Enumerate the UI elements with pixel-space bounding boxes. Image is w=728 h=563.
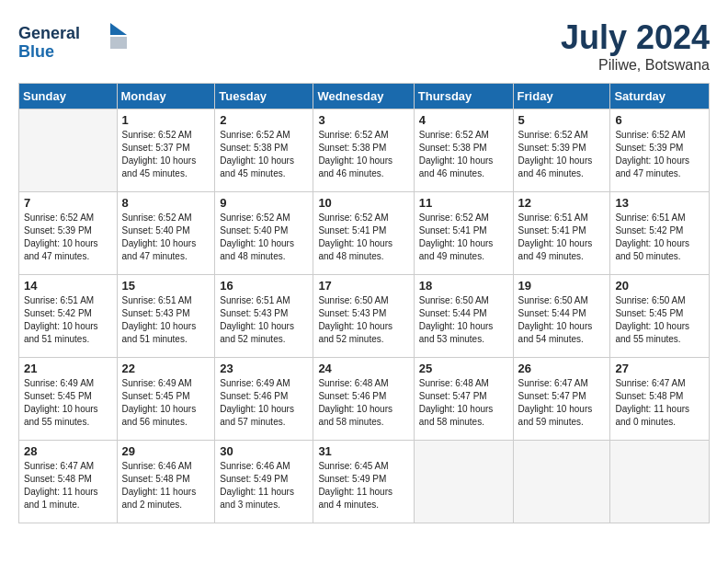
day-info: Sunrise: 6:47 AMSunset: 5:48 PMDaylight:… xyxy=(615,377,704,429)
calendar-cell: 7Sunrise: 6:52 AMSunset: 5:39 PMDaylight… xyxy=(19,192,118,275)
day-number: 14 xyxy=(24,279,112,293)
calendar-cell: 24Sunrise: 6:48 AMSunset: 5:46 PMDayligh… xyxy=(313,358,414,441)
calendar-cell: 29Sunrise: 6:46 AMSunset: 5:48 PMDayligh… xyxy=(117,441,215,523)
day-info: Sunrise: 6:52 AMSunset: 5:39 PMDaylight:… xyxy=(518,129,606,180)
day-number: 17 xyxy=(318,279,408,293)
calendar-cell: 27Sunrise: 6:47 AMSunset: 5:48 PMDayligh… xyxy=(610,358,710,441)
page-header: General Blue July 2024 Piliwe, Botswana xyxy=(18,18,710,74)
day-info: Sunrise: 6:47 AMSunset: 5:47 PMDaylight:… xyxy=(518,377,606,429)
calendar-cell: 23Sunrise: 6:49 AMSunset: 5:46 PMDayligh… xyxy=(215,358,313,441)
calendar-week-row: 1Sunrise: 6:52 AMSunset: 5:37 PMDaylight… xyxy=(19,109,710,192)
calendar-cell: 20Sunrise: 6:50 AMSunset: 5:45 PMDayligh… xyxy=(610,275,710,358)
day-info: Sunrise: 6:51 AMSunset: 5:43 PMDaylight:… xyxy=(122,294,210,346)
day-info: Sunrise: 6:51 AMSunset: 5:43 PMDaylight:… xyxy=(220,294,308,346)
calendar-week-row: 21Sunrise: 6:49 AMSunset: 5:45 PMDayligh… xyxy=(19,358,710,441)
calendar-header-row: SundayMondayTuesdayWednesdayThursdayFrid… xyxy=(19,84,710,109)
calendar-week-row: 28Sunrise: 6:47 AMSunset: 5:48 PMDayligh… xyxy=(19,441,710,523)
calendar-cell: 17Sunrise: 6:50 AMSunset: 5:43 PMDayligh… xyxy=(313,275,414,358)
weekday-header: Sunday xyxy=(19,84,118,109)
month-title: July 2024 xyxy=(561,18,710,57)
day-number: 29 xyxy=(122,444,210,458)
day-info: Sunrise: 6:52 AMSunset: 5:40 PMDaylight:… xyxy=(220,212,308,263)
day-number: 23 xyxy=(220,362,308,375)
logo-graphic: General Blue xyxy=(18,18,129,64)
calendar-cell: 30Sunrise: 6:46 AMSunset: 5:49 PMDayligh… xyxy=(215,441,313,523)
day-number: 2 xyxy=(220,113,308,127)
day-number: 5 xyxy=(518,113,606,127)
day-number: 4 xyxy=(419,113,508,127)
svg-marker-3 xyxy=(110,37,127,49)
calendar-cell xyxy=(610,441,710,523)
day-info: Sunrise: 6:52 AMSunset: 5:39 PMDaylight:… xyxy=(24,212,112,263)
day-info: Sunrise: 6:52 AMSunset: 5:41 PMDaylight:… xyxy=(419,212,508,263)
day-info: Sunrise: 6:50 AMSunset: 5:44 PMDaylight:… xyxy=(419,294,508,346)
calendar-cell: 4Sunrise: 6:52 AMSunset: 5:38 PMDaylight… xyxy=(414,109,513,192)
calendar-cell: 25Sunrise: 6:48 AMSunset: 5:47 PMDayligh… xyxy=(414,358,513,441)
weekday-header: Tuesday xyxy=(215,84,313,109)
day-info: Sunrise: 6:45 AMSunset: 5:49 PMDaylight:… xyxy=(318,460,408,511)
day-number: 18 xyxy=(419,279,508,293)
calendar-cell: 5Sunrise: 6:52 AMSunset: 5:39 PMDaylight… xyxy=(513,109,610,192)
calendar-week-row: 7Sunrise: 6:52 AMSunset: 5:39 PMDaylight… xyxy=(19,192,710,275)
day-info: Sunrise: 6:52 AMSunset: 5:39 PMDaylight:… xyxy=(615,129,704,180)
weekday-header: Friday xyxy=(513,84,610,109)
day-info: Sunrise: 6:46 AMSunset: 5:49 PMDaylight:… xyxy=(220,460,308,511)
calendar-cell: 11Sunrise: 6:52 AMSunset: 5:41 PMDayligh… xyxy=(414,192,513,275)
day-info: Sunrise: 6:49 AMSunset: 5:46 PMDaylight:… xyxy=(220,377,308,429)
calendar-cell xyxy=(513,441,610,523)
day-info: Sunrise: 6:51 AMSunset: 5:42 PMDaylight:… xyxy=(24,294,112,346)
day-number: 1 xyxy=(122,113,210,127)
day-info: Sunrise: 6:52 AMSunset: 5:41 PMDaylight:… xyxy=(318,212,408,263)
location: Piliwe, Botswana xyxy=(561,57,710,74)
calendar-cell: 9Sunrise: 6:52 AMSunset: 5:40 PMDaylight… xyxy=(215,192,313,275)
day-info: Sunrise: 6:50 AMSunset: 5:44 PMDaylight:… xyxy=(518,294,606,346)
logo: General Blue xyxy=(18,18,129,64)
day-number: 15 xyxy=(122,279,210,293)
day-number: 30 xyxy=(220,444,308,458)
calendar-cell: 21Sunrise: 6:49 AMSunset: 5:45 PMDayligh… xyxy=(19,358,118,441)
day-number: 26 xyxy=(518,362,606,375)
day-number: 25 xyxy=(419,362,508,375)
day-number: 22 xyxy=(122,362,210,375)
day-info: Sunrise: 6:52 AMSunset: 5:38 PMDaylight:… xyxy=(220,129,308,180)
calendar-cell: 15Sunrise: 6:51 AMSunset: 5:43 PMDayligh… xyxy=(117,275,215,358)
day-number: 16 xyxy=(220,279,308,293)
day-info: Sunrise: 6:50 AMSunset: 5:45 PMDaylight:… xyxy=(615,294,704,346)
day-info: Sunrise: 6:48 AMSunset: 5:46 PMDaylight:… xyxy=(318,377,408,429)
day-number: 24 xyxy=(318,362,408,375)
calendar-table: SundayMondayTuesdayWednesdayThursdayFrid… xyxy=(18,83,710,523)
calendar-cell: 16Sunrise: 6:51 AMSunset: 5:43 PMDayligh… xyxy=(215,275,313,358)
svg-text:General: General xyxy=(18,24,80,42)
day-info: Sunrise: 6:52 AMSunset: 5:38 PMDaylight:… xyxy=(419,129,508,180)
calendar-cell: 22Sunrise: 6:49 AMSunset: 5:45 PMDayligh… xyxy=(117,358,215,441)
day-info: Sunrise: 6:49 AMSunset: 5:45 PMDaylight:… xyxy=(122,377,210,429)
weekday-header: Saturday xyxy=(610,84,710,109)
day-number: 3 xyxy=(318,113,408,127)
day-info: Sunrise: 6:47 AMSunset: 5:48 PMDaylight:… xyxy=(24,460,112,511)
title-block: July 2024 Piliwe, Botswana xyxy=(561,18,710,74)
day-number: 7 xyxy=(24,196,112,210)
day-number: 8 xyxy=(122,196,210,210)
calendar-cell xyxy=(19,109,118,192)
day-number: 31 xyxy=(318,444,408,458)
day-info: Sunrise: 6:48 AMSunset: 5:47 PMDaylight:… xyxy=(419,377,508,429)
day-info: Sunrise: 6:52 AMSunset: 5:40 PMDaylight:… xyxy=(122,212,210,263)
calendar-cell: 8Sunrise: 6:52 AMSunset: 5:40 PMDaylight… xyxy=(117,192,215,275)
svg-marker-2 xyxy=(110,23,127,35)
day-number: 13 xyxy=(615,196,704,210)
day-number: 9 xyxy=(220,196,308,210)
weekday-header: Monday xyxy=(117,84,215,109)
day-number: 20 xyxy=(615,279,704,293)
day-info: Sunrise: 6:51 AMSunset: 5:41 PMDaylight:… xyxy=(518,212,606,263)
weekday-header: Thursday xyxy=(414,84,513,109)
calendar-cell: 2Sunrise: 6:52 AMSunset: 5:38 PMDaylight… xyxy=(215,109,313,192)
day-info: Sunrise: 6:51 AMSunset: 5:42 PMDaylight:… xyxy=(615,212,704,263)
calendar-cell: 3Sunrise: 6:52 AMSunset: 5:38 PMDaylight… xyxy=(313,109,414,192)
calendar-cell: 13Sunrise: 6:51 AMSunset: 5:42 PMDayligh… xyxy=(610,192,710,275)
calendar-cell: 10Sunrise: 6:52 AMSunset: 5:41 PMDayligh… xyxy=(313,192,414,275)
day-info: Sunrise: 6:52 AMSunset: 5:38 PMDaylight:… xyxy=(318,129,408,180)
calendar-cell: 31Sunrise: 6:45 AMSunset: 5:49 PMDayligh… xyxy=(313,441,414,523)
calendar-cell: 28Sunrise: 6:47 AMSunset: 5:48 PMDayligh… xyxy=(19,441,118,523)
day-number: 11 xyxy=(419,196,508,210)
day-info: Sunrise: 6:52 AMSunset: 5:37 PMDaylight:… xyxy=(122,129,210,180)
